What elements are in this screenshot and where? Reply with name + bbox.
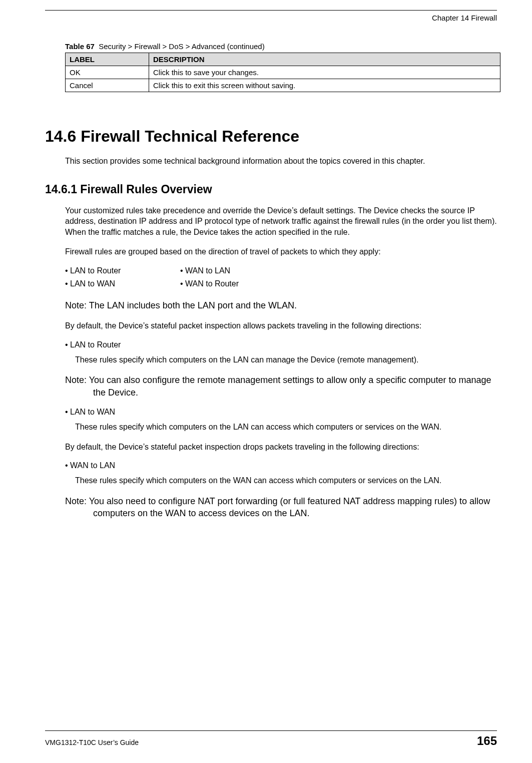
para-spi-allows: By default, the Device’s stateful packet… xyxy=(65,320,497,331)
section-heading-14-6: 14.6 Firewall Technical Reference xyxy=(45,127,497,146)
footer-page-number: 165 xyxy=(477,734,497,748)
note-nat-port-forwarding: Note: You also need to configure NAT por… xyxy=(65,495,497,520)
table-caption: Table 67 Security > Firewall > DoS > Adv… xyxy=(65,42,497,53)
footer-rule xyxy=(45,730,497,731)
desc-wan-to-lan: These rules specify which computers on t… xyxy=(75,475,497,486)
field-description-table: LABEL DESCRIPTION OK Click this to save … xyxy=(65,53,500,92)
table-row: OK Click this to save your changes. xyxy=(66,66,500,79)
note-remote-management: Note: You can also configure the remote … xyxy=(65,374,497,399)
header-chapter-title: Chapter 14 Firewall xyxy=(45,11,497,42)
directions-row: • LAN to Router • WAN to LAN xyxy=(65,266,497,275)
directions-row: • LAN to WAN • WAN to Router xyxy=(65,279,497,288)
table-header-row: LABEL DESCRIPTION xyxy=(66,53,500,66)
table-caption-text: Security > Firewall > DoS > Advanced (co… xyxy=(99,42,264,51)
direction-lan-to-router: • LAN to Router xyxy=(65,266,180,275)
bullet-lan-to-wan: • LAN to WAN xyxy=(65,408,497,417)
table-row: Cancel Click this to exit this screen wi… xyxy=(66,79,500,92)
section-heading-14-6-1: 14.6.1 Firewall Rules Overview xyxy=(45,183,497,196)
para-rules-grouped: Firewall rules are grouped based on the … xyxy=(65,246,497,257)
cell-label: OK xyxy=(66,66,149,79)
footer-guide-name: VMG1312-T10C User’s Guide xyxy=(45,738,139,746)
cell-description: Click this to exit this screen without s… xyxy=(149,79,500,92)
direction-wan-to-router: • WAN to Router xyxy=(180,279,295,288)
cell-description: Click this to save your changes. xyxy=(149,66,500,79)
desc-lan-to-router: These rules specify which computers on t… xyxy=(75,354,497,365)
note-lan-wlan: Note: The LAN includes both the LAN port… xyxy=(65,299,497,311)
desc-lan-to-wan: These rules specify which computers on t… xyxy=(75,422,497,433)
direction-wan-to-lan: • WAN to LAN xyxy=(180,266,295,275)
bullet-lan-to-router: • LAN to Router xyxy=(65,340,497,349)
bullet-wan-to-lan: • WAN to LAN xyxy=(65,461,497,470)
section-14-6-intro: This section provides some technical bac… xyxy=(65,156,497,167)
column-header-label: LABEL xyxy=(66,53,149,66)
para-spi-drops: By default, the Device’s stateful packet… xyxy=(65,442,497,453)
column-header-description: DESCRIPTION xyxy=(149,53,500,66)
page-container: Chapter 14 Firewall Table 67 Security > … xyxy=(0,0,532,763)
footer-row: VMG1312-T10C User’s Guide 165 xyxy=(45,734,497,748)
cell-label: Cancel xyxy=(66,79,149,92)
para-rules-precedence: Your customized rules take precedence an… xyxy=(65,205,497,238)
direction-lan-to-wan: • LAN to WAN xyxy=(65,279,180,288)
page-footer: VMG1312-T10C User’s Guide 165 xyxy=(45,730,497,748)
table-number: Table 67 xyxy=(65,42,95,51)
directions-grid: • LAN to Router • WAN to LAN • LAN to WA… xyxy=(65,266,497,288)
